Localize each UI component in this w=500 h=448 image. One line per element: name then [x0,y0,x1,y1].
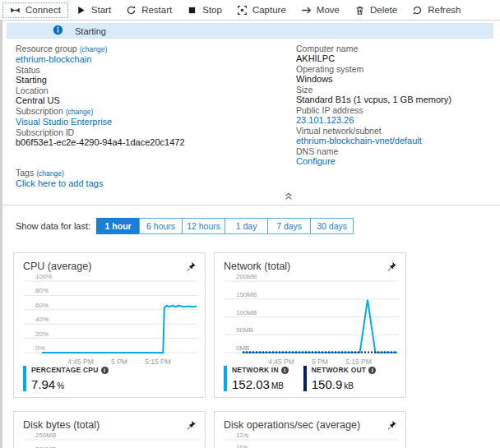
info-icon[interactable]: i [281,367,289,374]
connect-button[interactable]: Connect [2,2,68,18]
series-network-in [243,300,397,353]
stop-button[interactable]: Stop [179,2,229,18]
start-button-label: Start [91,5,111,15]
time-range-6-hours[interactable]: 6 hours [139,218,183,234]
field-value: Windows [296,75,485,85]
time-range-30-days[interactable]: 30 days [310,218,354,234]
legend-metric-label: PERCENTAGE CPU [31,366,99,374]
essentials-panel: Resource group(change)ethrium-blockchain… [0,39,500,190]
change-link[interactable]: (change) [80,45,108,53]
info-icon[interactable]: i [368,367,376,374]
field-label: Size [296,85,485,95]
legend-metric-value: 152.03MB [232,377,289,391]
y-tick-label: 100% [35,273,52,280]
refresh-icon [412,5,423,16]
essentials-right-column: Computer nameAKHILPCOperating systemWind… [296,44,485,190]
y-tick-label: 250MB [35,432,56,439]
pin-icon[interactable] [185,261,197,272]
connect-icon [10,5,21,16]
field-value[interactable]: Configure [296,157,485,167]
vm-command-toolbar: ConnectStartRestartStopCaptureMoveDelete… [0,0,500,21]
essentials-left-column: Resource group(change)ethrium-blockchain… [16,44,296,190]
restart-button[interactable]: Restart [118,2,179,18]
status-banner-text: Starting [75,26,106,36]
time-range-1-day[interactable]: 1 day [225,218,268,234]
legend-value-unit: % [57,381,64,390]
x-tick-label: 5:15 PM [345,358,372,365]
field-operating-system: Operating systemWindows [296,65,485,84]
field-label-text: Location [16,85,49,95]
field-subscription-id: Subscription IDb06f53e1-ec2e-4290-94a4-1… [16,128,296,147]
chart-card-header: Disk bytes (total) [14,419,205,431]
chart-plot: 200MB150MB100MB50MB0MB4:45 PM5 PM5:15 PM [215,273,405,365]
y-tick-label: 80% [35,287,49,294]
field-label-text: Subscription ID [16,127,74,137]
field-label: Subscription(change) [16,107,296,118]
field-resource-group: Resource group(change)ethrium-blockchain [16,44,296,64]
blade-left-edge [0,21,2,448]
x-tick-label: 4:45 PM [268,358,294,365]
y-tick-label: 0% [35,344,45,352]
field-value[interactable]: Click here to add tags [16,179,296,189]
field-label-text: DNS name [296,146,338,156]
field-label: Status [16,66,296,76]
info-icon [53,24,63,39]
time-range-7-days[interactable]: 7 days [267,218,311,234]
chart-card-disk-operations-sec-average: Disk operations/sec (average)12/s10/s8/s [214,411,406,448]
capture-button[interactable]: Capture [229,2,294,18]
change-link[interactable]: (change) [66,108,94,116]
legend-texts: NETWORK INi152.03MB [232,366,289,391]
field-label-text: Resource group [16,44,77,53]
info-icon[interactable]: i [101,367,109,374]
chart-title: Disk bytes (total) [23,419,100,431]
legend-metric-value: 150.9kB [312,377,376,391]
pin-icon[interactable] [185,419,197,431]
legend-value-unit: MB [271,381,284,390]
field-size: SizeStandard B1s (1 vcpus, 1 GB memory) [296,85,485,104]
restart-icon [126,5,137,16]
field-value[interactable]: Visual Studio Enterprise [16,118,296,127]
collapse-chevron-icon[interactable] [284,190,295,201]
pin-icon[interactable] [386,419,397,431]
y-tick-label: 20% [35,330,49,338]
field-label: Public IP address [296,106,485,116]
time-range-1-hour[interactable]: 1 hour [96,218,140,234]
time-range-bar: Show data for last: 1 hour6 hours12 hour… [0,206,500,234]
series-percentage-cpu [42,306,197,353]
monitoring-charts-grid: CPU (average)100%80%60%40%20%0%4:45 PM5 … [0,252,500,448]
field-computer-name: Computer nameAKHILPC [296,44,485,63]
start-button[interactable]: Start [68,2,118,18]
field-value[interactable]: ethrium-blockchain-vnet/default [296,136,485,146]
y-tick-label: 10/s [236,444,248,448]
change-link[interactable]: (change) [36,169,64,178]
stop-button-label: Stop [202,5,222,15]
field-label: Operating system [296,65,485,75]
legend-metric-label: NETWORK IN [232,366,279,374]
field-label-text: Status [16,65,40,75]
field-value: AKHILPC [296,54,485,64]
move-button[interactable]: Move [294,2,347,18]
field-label: Resource group(change) [16,44,296,55]
time-range-12-hours[interactable]: 12 hours [182,218,225,234]
field-label: Tags(change) [16,169,296,179]
field-value: b06f53e1-ec2e-4290-94a4-1dace20c1472 [16,138,296,148]
y-tick-label: 12/s [236,432,248,439]
stop-icon [187,5,197,16]
chart-title: CPU (average) [23,261,91,272]
refresh-button-label: Refresh [428,5,461,15]
chart-card-cpu-average: CPU (average)100%80%60%40%20%0%4:45 PM5 … [13,252,206,398]
field-value: Standard B1s (1 vcpus, 1 GB memory) [296,95,485,105]
delete-button[interactable]: Delete [347,2,405,18]
chart-card-header: CPU (average) [14,261,205,272]
field-dns-name: DNS nameConfigure [296,147,485,166]
pin-icon[interactable] [386,261,397,272]
field-value[interactable]: ethrium-blockchain [16,55,296,65]
field-virtual-network-subnet: Virtual network/subnetethrium-blockchain… [296,127,485,145]
refresh-button[interactable]: Refresh [405,2,468,18]
legend-entry-network-out: NETWORK OUTi150.9kB [303,366,376,391]
chart-legend: NETWORK INi152.03MBNETWORK OUTi150.9kB [215,366,405,391]
field-label-text: Computer name [296,44,358,53]
field-value[interactable]: 23.101.123.26 [296,116,485,126]
delete-button-label: Delete [370,5,397,15]
move-icon [301,5,312,16]
